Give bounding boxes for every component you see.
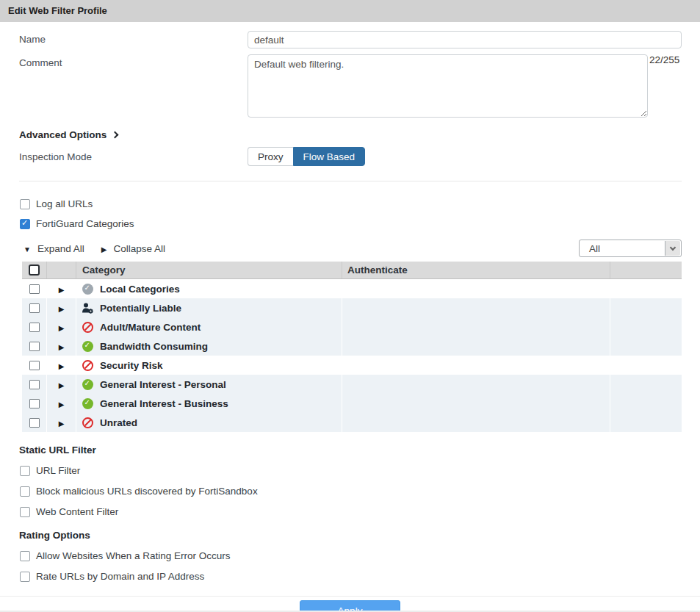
category-name: Unrated [100,417,137,428]
rate-urls-domain-ip-row: Rate URLs by Domain and IP Address [19,571,682,582]
category-name: General Interest - Business [100,398,228,409]
expand-arrow-icon[interactable] [59,282,65,295]
expand-arrow-icon[interactable] [59,320,65,334]
allow-websites-rating-error-row: Allow Websites When a Rating Error Occur… [19,550,682,561]
authenticate-cell [342,336,610,356]
category-filter-select[interactable]: All [579,240,682,257]
log-all-urls-row: Log all URLs [19,198,682,209]
category-name: Local Categories [100,284,180,295]
category-row[interactable]: Adult/Mature Content [22,317,682,336]
edit-web-filter-profile-page: Edit Web Filter Profile Name Comment Def… [0,0,700,612]
comment-textarea[interactable]: Default web filtering. [248,54,648,118]
block-malicious-urls-checkbox[interactable] [20,486,30,497]
category-table-body: Local Categories Potentially Liable Adul… [22,279,682,432]
row-checkbox[interactable] [29,342,40,351]
block-icon [82,417,93,428]
comment-char-counter: 22/255 [649,54,679,65]
row-checkbox[interactable] [29,361,40,370]
category-name: Security Risk [100,360,163,371]
authenticate-cell [342,298,610,317]
category-table: Category Authenticate Local Categories P… [22,262,682,432]
chevron-down-icon [670,244,676,250]
category-name: General Interest - Personal [100,379,226,390]
inspection-mode-proxy-button[interactable]: Proxy [248,147,293,166]
block-icon [82,360,93,371]
collapse-all-link[interactable]: Collapse All [113,243,165,254]
chevron-right-icon [112,132,119,139]
select-dropdown-button[interactable] [665,241,680,256]
url-filter-label: URL Filter [36,465,80,476]
table-controls-row: Expand All Collapse All All [19,240,682,257]
inspection-mode-flow-based-button[interactable]: Flow Based [293,147,366,166]
block-malicious-urls-label: Block malicious URLs discovered by Forti… [36,486,258,497]
advanced-options-label: Advanced Options [19,129,107,140]
inspection-mode-row: Inspection Mode Proxy Flow Based [19,147,682,166]
category-row[interactable]: General Interest - Personal [22,375,682,394]
advanced-options-toggle[interactable]: Advanced Options [19,129,118,140]
web-content-filter-row: Web Content Filter [19,506,682,517]
block-icon [82,322,93,333]
triangle-right-icon[interactable] [101,242,107,255]
block-malicious-urls-row: Block malicious URLs discovered by Forti… [19,486,682,497]
name-input[interactable] [248,31,682,48]
name-label: Name [19,31,248,48]
check-circle-green-icon [82,398,93,409]
rating-options-heading: Rating Options [19,530,682,541]
category-filter-value: All [589,243,600,254]
fortiguard-categories-checkbox[interactable] [20,219,30,229]
url-filter-row: URL Filter [19,465,682,476]
expand-arrow-icon[interactable] [59,397,65,410]
allow-websites-rating-error-label: Allow Websites When a Rating Error Occur… [36,550,231,561]
expand-arrow-icon[interactable] [59,378,65,391]
authenticate-cell [342,317,610,336]
authenticate-cell [342,413,610,432]
check-circle-green-icon [82,341,93,352]
section-divider [19,181,682,181]
triangle-down-icon[interactable] [24,242,31,255]
row-checkbox[interactable] [29,418,40,428]
apply-button[interactable]: Apply [300,600,400,612]
user-gear-icon [82,303,93,314]
web-content-filter-label: Web Content Filter [36,506,118,517]
category-row[interactable]: General Interest - Business [22,394,682,413]
content: Name Comment Default web filtering. 22/2… [0,22,700,582]
log-all-urls-label: Log all URLs [36,198,93,209]
category-row[interactable]: Unrated [22,413,682,432]
expand-arrow-icon[interactable] [59,301,65,314]
authenticate-cell [342,375,610,394]
web-content-filter-checkbox[interactable] [20,507,30,517]
rate-urls-domain-ip-checkbox[interactable] [20,572,30,582]
row-checkbox[interactable] [29,323,40,332]
name-row: Name [19,31,682,48]
expand-arrow-icon[interactable] [59,339,65,353]
check-circle-grey-icon [82,284,93,295]
category-row[interactable]: Bandwidth Consuming [22,336,682,356]
expand-all-link[interactable]: Expand All [37,243,84,254]
authenticate-cell [342,356,610,375]
expand-arrow-icon[interactable] [59,359,65,372]
rate-urls-domain-ip-label: Rate URLs by Domain and IP Address [36,571,204,582]
row-checkbox[interactable] [29,284,40,294]
row-checkbox[interactable] [29,399,40,408]
static-url-filter-heading: Static URL Filter [19,444,682,456]
comment-row: Comment Default web filtering. 22/255 [19,54,682,118]
authenticate-cell [342,394,610,413]
log-all-urls-checkbox[interactable] [20,199,30,209]
category-row[interactable]: Potentially Liable [22,298,682,317]
category-row[interactable]: Local Categories [22,279,682,298]
category-table-header: Category Authenticate [22,262,682,279]
inspection-mode-segmented-control: Proxy Flow Based [248,147,365,166]
url-filter-checkbox[interactable] [20,466,30,476]
select-all-checkbox[interactable] [29,264,40,276]
row-checkbox[interactable] [29,303,40,313]
category-row[interactable]: Security Risk [22,356,682,375]
allow-websites-rating-error-checkbox[interactable] [20,551,30,561]
authenticate-cell [342,279,610,298]
category-name: Adult/Mature Content [100,322,201,333]
category-name: Bandwidth Consuming [100,341,208,352]
expand-arrow-icon[interactable] [59,416,65,429]
row-checkbox[interactable] [29,380,40,389]
fortiguard-categories-row: FortiGuard Categories [19,218,682,229]
authenticate-column-header: Authenticate [342,262,610,278]
category-column-header: Category [76,262,342,278]
